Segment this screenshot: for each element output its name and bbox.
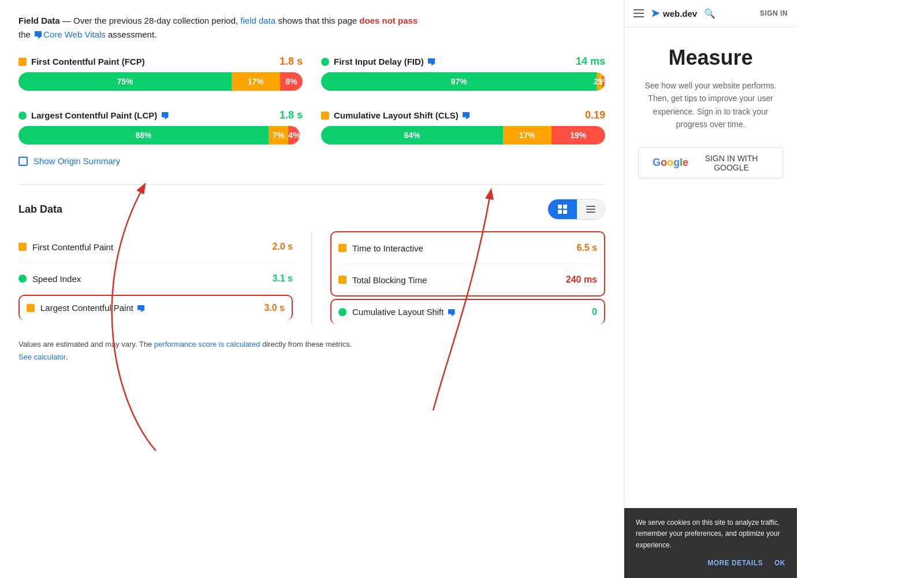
lab-tbt-row: Total Blocking Time 240 ms [338, 264, 597, 295]
fid-name: First Input Delay (FID) [334, 57, 571, 66]
fid-header: First Input Delay (FID) 14 ms [321, 55, 605, 68]
fid-indicator [321, 58, 329, 66]
cls-header: Cumulative Layout Shift (CLS) 0.19 [321, 109, 605, 121]
fcp-bar-good: 75% [18, 72, 232, 91]
lab-fcp-name: First Contentful Paint [32, 242, 266, 252]
origin-summary-checkbox[interactable] [18, 157, 28, 166]
grid-icon [557, 204, 568, 214]
fid-value: 14 ms [576, 55, 605, 68]
hamburger-menu-icon[interactable] [634, 9, 644, 17]
ok-button[interactable]: OK [774, 558, 785, 569]
lab-lcp-value: 3.0 s [264, 303, 285, 313]
lab-tti-value: 6.5 s [576, 243, 597, 253]
lab-cls-flag-icon [448, 309, 455, 317]
lab-tbt-indicator [338, 276, 346, 284]
lcp-bar-good: 88% [18, 126, 269, 144]
fcp-bar-poor: 8% [280, 72, 303, 91]
logo-text: web.dev [663, 9, 697, 18]
lcp-bar-poor: 4% [288, 126, 300, 144]
lab-cls-value: 0 [592, 307, 597, 317]
fid-flag-icon [428, 58, 435, 66]
field-data-label: Field Data [18, 16, 60, 25]
webdev-logo: ➤ web.dev [651, 7, 697, 20]
lab-cls-row: Cumulative Layout Shift 0 [330, 299, 605, 324]
cwv-flag-icon [35, 31, 42, 39]
origin-summary-label[interactable]: Show Origin Summary [33, 156, 120, 166]
fcp-header: First Contentful Paint (FCP) 1.8 s [18, 55, 303, 68]
google-sign-in-button[interactable]: Google SIGN IN WITH GOOGLE [638, 147, 783, 179]
origin-summary-row[interactable]: Show Origin Summary [18, 156, 605, 166]
lab-tti-name: Time to Interactive [352, 243, 571, 253]
measure-title: Measure [638, 46, 783, 70]
measure-panel: Measure See how well your website perfor… [624, 27, 797, 508]
lab-si-name: Speed Index [32, 274, 266, 284]
lab-si-row: Speed Index 3.1 s [18, 263, 293, 295]
header-desc-before: — Over the previous 28-day collection pe… [60, 16, 241, 25]
footer-note-text: Values are estimated and may vary. The [18, 340, 154, 349]
lab-lcp-name: Largest Contentful Paint [40, 303, 258, 313]
lab-lcp-indicator [27, 304, 35, 312]
lcp-header: Largest Contentful Paint (LCP) 1.8 s [18, 109, 303, 121]
fid-bar-poor: 1% [602, 72, 605, 91]
footer-note: Values are estimated and may vary. The p… [18, 338, 605, 364]
toggle-list-btn[interactable] [577, 199, 605, 219]
fcp-bar-needs: 17% [232, 72, 280, 91]
list-icon [586, 206, 595, 213]
fid-bar-good: 97% [321, 72, 597, 91]
lab-tti-indicator [338, 244, 346, 252]
lcp-bar: 88% 7% 4% [18, 126, 303, 144]
lcp-bar-needs: 7% [269, 126, 288, 144]
field-data-header: Field Data — Over the previous 28-day co… [18, 14, 605, 42]
lcp-indicator [18, 112, 27, 120]
field-data-link[interactable]: field data [240, 16, 275, 25]
lab-tbt-value: 240 ms [566, 275, 597, 285]
lab-fcp-indicator [18, 243, 27, 251]
metric-fid: First Input Delay (FID) 14 ms 97% 2% 1% [321, 55, 605, 91]
lab-tti-row: Time to Interactive 6.5 s [338, 232, 597, 264]
cwv-link[interactable]: Core Web Vitals [43, 29, 106, 39]
fcp-name: First Contentful Paint (FCP) [31, 57, 275, 66]
measure-description: See how well your website performs. Then… [638, 79, 783, 131]
cookie-banner: We serve cookies on this site to analyze… [624, 508, 797, 578]
lab-right-col: Time to Interactive 6.5 s Total Blocking… [312, 231, 605, 324]
toggle-grid-btn[interactable] [548, 199, 577, 219]
lcp-value: 1.8 s [280, 109, 303, 121]
lab-tbt-name: Total Blocking Time [352, 275, 560, 285]
lab-lcp-flag-icon [137, 305, 144, 313]
footer-note2: directly from these metrics. [260, 340, 352, 349]
google-sign-in-label: SIGN IN WITH GOOGLE [694, 154, 769, 172]
search-icon[interactable]: 🔍 [704, 8, 716, 19]
header-desc-end: assessment. [106, 29, 157, 39]
metric-cls: Cumulative Layout Shift (CLS) 0.19 64% 1… [321, 109, 605, 144]
more-details-link[interactable]: MORE DETAILS [707, 558, 763, 569]
view-toggle[interactable] [547, 199, 605, 220]
calc-link[interactable]: See calculator [18, 353, 66, 361]
lab-si-value: 3.1 s [272, 273, 293, 284]
fid-bar: 97% 2% 1% [321, 72, 605, 91]
sidebar-nav: ➤ web.dev 🔍 SIGN IN [624, 0, 797, 27]
logo-arrow-icon: ➤ [651, 7, 660, 20]
footer-note3: . [66, 353, 68, 361]
fcp-bar: 75% 17% 8% [18, 72, 303, 91]
metric-lcp: Largest Contentful Paint (LCP) 1.8 s 88%… [18, 109, 303, 144]
lab-fcp-row: First Contentful Paint 2.0 s [18, 231, 293, 263]
cls-indicator [321, 112, 329, 120]
header-desc-middle: shows that this page [275, 16, 359, 25]
fcp-indicator [18, 58, 27, 66]
lab-data-header: Lab Data [18, 199, 605, 220]
svg-rect-0 [558, 205, 562, 209]
lab-fcp-value: 2.0 s [272, 242, 293, 252]
cls-bar-needs: 17% [503, 126, 552, 144]
fcp-value: 1.8 s [280, 55, 303, 68]
sign-in-button[interactable]: SIGN IN [760, 9, 788, 17]
cls-value: 0.19 [585, 109, 605, 121]
cls-bar: 64% 17% 19% [321, 126, 605, 144]
cookie-text: We serve cookies on this site to analyze… [636, 517, 785, 551]
cls-name: Cumulative Layout Shift (CLS) [334, 110, 580, 120]
lab-si-indicator [18, 275, 27, 283]
lab-cls-name: Cumulative Layout Shift [352, 307, 586, 317]
lcp-flag-icon [162, 112, 169, 120]
google-g-logo: Google [653, 157, 688, 169]
sidebar: ➤ web.dev 🔍 SIGN IN Measure See how well… [624, 0, 797, 578]
perf-score-link[interactable]: performance score is calculated [154, 340, 260, 349]
